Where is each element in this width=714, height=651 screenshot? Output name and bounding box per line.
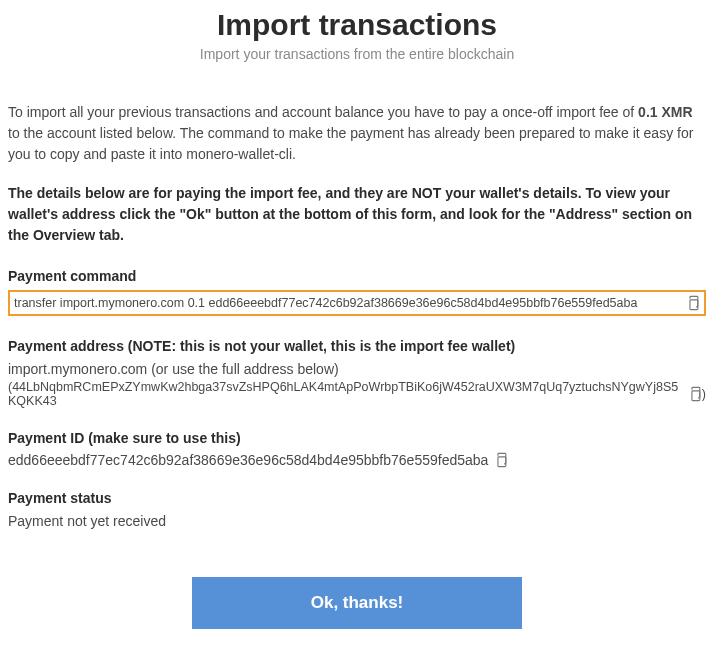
payment-id-section: Payment ID (make sure to use this) edd66…	[8, 430, 706, 468]
payment-id-line: edd66eeebdf77ec742c6b92af38669e36e96c58d…	[8, 452, 706, 468]
warning-text: The details below are for paying the imp…	[8, 183, 706, 246]
payment-command-label: Payment command	[8, 268, 706, 284]
payment-command-section: Payment command transfer import.mymonero…	[8, 268, 706, 316]
payment-status-section: Payment status Payment not yet received	[8, 490, 706, 532]
header: Import transactions Import your transact…	[8, 8, 706, 62]
copy-icon[interactable]	[686, 295, 700, 311]
payment-command-value: transfer import.mymonero.com 0.1 edd66ee…	[14, 296, 680, 310]
addr-suffix: )	[702, 387, 706, 401]
intro-part1: To import all your previous transactions…	[8, 104, 638, 120]
svg-rect-0	[690, 300, 698, 310]
payment-address-line2: (44LbNqbmRCmEPxZYmwKw2hbga37svZsHPQ6hLAK…	[8, 380, 706, 408]
intro-part2: to the account listed below. The command…	[8, 125, 693, 162]
payment-address-full: 44LbNqbmRCmEPxZYmwKw2hbga37svZsHPQ6hLAK4…	[8, 380, 678, 408]
copy-icon[interactable]	[688, 386, 702, 402]
svg-rect-2	[498, 457, 506, 467]
payment-status-label: Payment status	[8, 490, 706, 506]
payment-id-value: edd66eeebdf77ec742c6b92af38669e36e96c58d…	[8, 452, 488, 468]
payment-address-line1: import.mymonero.com (or use the full add…	[8, 360, 706, 380]
copy-icon[interactable]	[494, 452, 508, 468]
payment-address-section: Payment address (NOTE: this is not your …	[8, 338, 706, 408]
page-title: Import transactions	[8, 8, 706, 42]
intro-fee: 0.1 XMR	[638, 104, 692, 120]
intro-text: To import all your previous transactions…	[8, 102, 706, 165]
payment-command-box: transfer import.mymonero.com 0.1 edd66ee…	[8, 290, 706, 316]
payment-id-label: Payment ID (make sure to use this)	[8, 430, 706, 446]
button-wrap: Ok, thanks!	[8, 577, 706, 629]
svg-rect-1	[692, 391, 700, 401]
payment-status-value: Payment not yet received	[8, 512, 706, 532]
payment-address-label: Payment address (NOTE: this is not your …	[8, 338, 706, 354]
page-subtitle: Import your transactions from the entire…	[8, 46, 706, 62]
ok-button[interactable]: Ok, thanks!	[192, 577, 522, 629]
